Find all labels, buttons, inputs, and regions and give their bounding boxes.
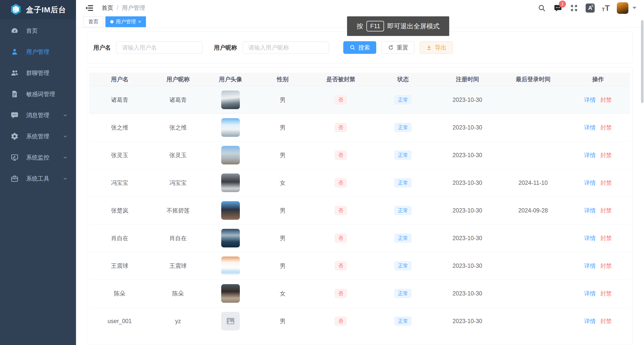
- detail-link[interactable]: 详情: [584, 152, 596, 158]
- avatar[interactable]: [617, 2, 628, 14]
- user-icon: [11, 48, 19, 56]
- sidebar-item-消息管理[interactable]: 消息管理: [0, 105, 76, 126]
- tab-首页[interactable]: 首页: [84, 16, 103, 27]
- sidebar-item-群聊管理[interactable]: 群聊管理: [0, 62, 76, 83]
- status-badge: 正常: [394, 317, 411, 326]
- nickname-cell: 陈朵: [150, 280, 206, 307]
- nickname-cell: 不摇碧莲: [150, 197, 206, 224]
- ban-link[interactable]: 封禁: [600, 124, 612, 131]
- column-header: 是否被封禁: [310, 73, 371, 86]
- nickname-input[interactable]: [243, 41, 329, 54]
- font-size-icon[interactable]: TT: [602, 4, 610, 12]
- detail-link[interactable]: 详情: [584, 263, 596, 269]
- breadcrumb-home[interactable]: 首页: [102, 4, 113, 12]
- language-icon[interactable]: A 文: [586, 4, 595, 13]
- message-icon: [11, 111, 19, 119]
- status-cell: 正常: [371, 224, 435, 252]
- detail-link[interactable]: 详情: [584, 290, 596, 297]
- sidebar-item-label: 群聊管理: [26, 69, 68, 77]
- search-icon[interactable]: [537, 4, 546, 13]
- user-table: 用户名用户昵称用户头像性别是否被封禁状态注册时间最后登录时间操作 诸葛青诸葛青男…: [89, 73, 630, 335]
- tab-用户管理[interactable]: 用户管理×: [105, 16, 146, 27]
- breadcrumb-separator: /: [117, 5, 118, 11]
- collapse-sidebar-icon[interactable]: [85, 4, 94, 13]
- username-label: 用户名: [93, 44, 111, 52]
- nickname-label: 用户昵称: [214, 44, 237, 52]
- user-avatar[interactable]: [221, 284, 240, 303]
- banned-cell: 否: [310, 86, 371, 114]
- column-header: 操作: [566, 73, 630, 86]
- table-row: 冯宝宝冯宝宝女否正常2023-10-302024-11-10详情封禁: [89, 169, 630, 197]
- close-icon[interactable]: ×: [138, 19, 141, 24]
- ban-link[interactable]: 封禁: [600, 207, 612, 214]
- fullscreen-icon[interactable]: [570, 4, 579, 13]
- username-cell: 陈朵: [89, 280, 150, 307]
- scrollbar-thumb[interactable]: [641, 20, 643, 103]
- detail-link[interactable]: 详情: [584, 124, 596, 131]
- status-badge: 正常: [394, 178, 411, 187]
- reset-button[interactable]: 重置: [382, 41, 414, 54]
- ban-link[interactable]: 封禁: [600, 318, 612, 324]
- last-login-cell: 2024-11-10: [500, 169, 566, 197]
- actions-cell: 详情封禁: [566, 141, 630, 169]
- ban-link[interactable]: 封禁: [600, 235, 612, 241]
- ban-link[interactable]: 封禁: [600, 263, 612, 269]
- sidebar-item-用户管理[interactable]: 用户管理: [0, 41, 76, 62]
- user-avatar[interactable]: [221, 91, 240, 109]
- detail-link[interactable]: 详情: [584, 180, 596, 186]
- sidebar-item-label: 消息管理: [26, 111, 62, 119]
- username-cell: user_001: [89, 307, 150, 335]
- sidebar-item-系统管理[interactable]: 系统管理: [0, 126, 76, 147]
- actions-cell: 详情封禁: [566, 197, 630, 224]
- register-time-cell: 2023-10-30: [435, 169, 500, 197]
- language-icon-sub: 文: [591, 4, 594, 8]
- user-avatar[interactable]: [221, 146, 240, 164]
- search-button[interactable]: 搜索: [343, 41, 376, 54]
- toast-suffix: 即可退出全屏模式: [387, 22, 440, 31]
- detail-link[interactable]: 详情: [584, 235, 596, 241]
- document-icon: [11, 90, 19, 98]
- sidebar-item-系统监控[interactable]: 系统监控: [0, 147, 76, 168]
- user-avatar[interactable]: [221, 174, 240, 192]
- user-avatar[interactable]: [221, 201, 240, 220]
- last-login-cell: [500, 114, 566, 141]
- user-avatar[interactable]: [221, 229, 240, 247]
- username-input[interactable]: [116, 41, 203, 54]
- register-time-cell: 2023-10-30: [435, 224, 500, 252]
- table-row: 王震球王震球男否正常2023-10-30详情封禁: [89, 252, 630, 280]
- last-login-cell: 2024-09-28: [500, 197, 566, 224]
- ban-link[interactable]: 封禁: [600, 180, 612, 186]
- banned-cell: 否: [310, 307, 371, 335]
- sidebar-item-label: 敏感词管理: [26, 90, 68, 98]
- detail-link[interactable]: 详情: [584, 318, 596, 324]
- user-table-card: 用户名用户昵称用户头像性别是否被封禁状态注册时间最后登录时间操作 诸葛青诸葛青男…: [86, 67, 633, 345]
- status-badge: 正常: [394, 123, 411, 132]
- sidebar: 盒子IM后台 首页用户管理群聊管理敏感词管理消息管理系统管理系统监控系统工具: [0, 0, 76, 345]
- status-badge: 正常: [394, 206, 411, 215]
- sidebar-item-敏感词管理[interactable]: 敏感词管理: [0, 83, 76, 105]
- ban-link[interactable]: 封禁: [600, 152, 612, 158]
- register-time-cell: 2023-10-30: [435, 307, 500, 335]
- nickname-cell: 张之维: [150, 114, 206, 141]
- status-badge: 正常: [394, 234, 411, 243]
- gender-cell: 男: [255, 141, 310, 169]
- sidebar-item-首页[interactable]: 首页: [0, 20, 76, 41]
- user-avatar[interactable]: [221, 118, 240, 137]
- column-header: 最后登录时间: [500, 73, 566, 86]
- detail-link[interactable]: 详情: [584, 207, 596, 214]
- messages-icon[interactable]: 1: [553, 4, 562, 13]
- ban-link[interactable]: 封禁: [600, 290, 612, 297]
- ban-link[interactable]: 封禁: [600, 97, 612, 103]
- user-menu[interactable]: [617, 2, 636, 14]
- sidebar-item-系统工具[interactable]: 系统工具: [0, 168, 76, 189]
- user-avatar[interactable]: [221, 312, 240, 330]
- user-avatar[interactable]: [221, 256, 240, 275]
- actions-cell: 详情封禁: [566, 224, 630, 252]
- dashboard-icon: [11, 27, 19, 35]
- export-button[interactable]: 导出: [420, 41, 453, 54]
- gender-cell: 男: [255, 307, 310, 335]
- detail-link[interactable]: 详情: [584, 97, 596, 103]
- table-header-row: 用户名用户昵称用户头像性别是否被封禁状态注册时间最后登录时间操作: [89, 73, 630, 86]
- app-logo[interactable]: 盒子IM后台: [0, 0, 76, 20]
- status-cell: 正常: [371, 280, 435, 307]
